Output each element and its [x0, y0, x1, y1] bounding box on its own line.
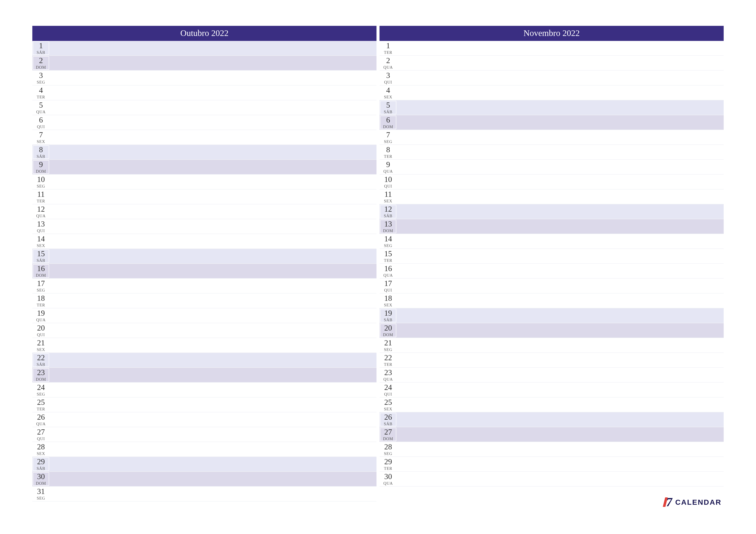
- month-header: Outubro 2022: [32, 26, 376, 41]
- day-cell: 23QUA: [380, 368, 397, 382]
- day-abbr: DOM: [380, 333, 396, 337]
- day-abbr: SÁB: [33, 50, 49, 55]
- day-abbr: DOM: [33, 481, 49, 485]
- day-cell: 29SÁB: [33, 457, 49, 471]
- day-cell: 4SEX: [380, 86, 397, 100]
- day-abbr: QUA: [32, 110, 50, 114]
- day-abbr: QUI: [32, 333, 50, 337]
- day-row: 4TER: [32, 86, 376, 100]
- day-number: 9: [33, 161, 49, 168]
- note-area: [50, 487, 376, 501]
- day-number: 6: [380, 116, 396, 124]
- day-cell: 27QUI: [32, 427, 50, 442]
- day-number: 7: [32, 131, 50, 139]
- note-area: [50, 338, 376, 352]
- day-abbr: QUA: [380, 169, 397, 173]
- note-area: [50, 442, 376, 456]
- day-cell: 2DOM: [33, 56, 49, 70]
- note-area: [49, 56, 376, 70]
- day-number: 3: [32, 71, 50, 79]
- day-number: 2: [33, 57, 49, 64]
- day-number: 14: [380, 235, 397, 243]
- day-cell: 21SEG: [380, 338, 397, 352]
- day-cell: 28SEX: [32, 442, 50, 456]
- day-cell: 2QUA: [380, 56, 397, 70]
- day-cell: 6QUI: [32, 115, 50, 130]
- day-number: 3: [380, 71, 397, 79]
- brand-logo: 7 CALENDAR: [666, 496, 721, 508]
- day-cell: 31SEG: [32, 487, 50, 501]
- day-abbr: QUA: [380, 377, 397, 381]
- day-row: 21SEG: [380, 338, 724, 353]
- note-area: [397, 368, 724, 382]
- day-row: 22SÁB: [32, 353, 376, 368]
- note-area: [397, 175, 724, 189]
- day-abbr: QUA: [32, 214, 50, 218]
- day-number: 8: [33, 146, 49, 154]
- day-cell: 10QUI: [380, 175, 397, 189]
- day-number: 21: [380, 339, 397, 347]
- day-row: 14SEX: [32, 234, 376, 249]
- day-number: 13: [380, 220, 396, 228]
- day-abbr: SÁB: [380, 110, 396, 114]
- note-area: [49, 160, 376, 174]
- day-abbr: QUI: [380, 80, 397, 84]
- day-abbr: TER: [380, 154, 397, 159]
- day-abbr: QUI: [380, 184, 397, 188]
- day-row: 4SEX: [380, 86, 724, 100]
- day-row: 12QUA: [32, 204, 376, 219]
- note-area: [396, 308, 724, 323]
- day-number: 16: [33, 265, 49, 272]
- day-row: 28SEX: [32, 442, 376, 457]
- note-area: [50, 279, 376, 293]
- day-number: 15: [380, 250, 397, 258]
- day-cell: 20DOM: [380, 324, 396, 337]
- day-cell: 19SÁB: [380, 309, 396, 322]
- day-number: 6: [32, 116, 50, 124]
- day-row: 13QUI: [32, 219, 376, 234]
- day-row: 20QUI: [32, 323, 376, 338]
- day-cell: 17QUI: [380, 279, 397, 293]
- day-row: 8SÁB: [32, 145, 376, 160]
- day-number: 2: [380, 57, 397, 64]
- day-number: 22: [380, 354, 397, 362]
- day-cell: 10SEG: [32, 175, 50, 189]
- day-number: 24: [32, 384, 50, 391]
- day-cell: 18SEX: [380, 293, 397, 308]
- day-row: 3QUI: [380, 71, 724, 86]
- day-cell: 9QUA: [380, 160, 397, 174]
- day-abbr: SÁB: [380, 422, 396, 426]
- day-row: 10SEG: [32, 175, 376, 190]
- day-row: 16DOM: [32, 264, 376, 279]
- note-area: [397, 86, 724, 100]
- day-cell: 26QUA: [32, 412, 50, 427]
- day-row: 9DOM: [32, 160, 376, 175]
- day-abbr: SEX: [380, 407, 397, 411]
- note-area: [397, 190, 724, 204]
- day-abbr: SÁB: [33, 362, 49, 367]
- day-number: 7: [380, 131, 397, 139]
- day-row: 5SÁB: [380, 100, 724, 115]
- day-cell: 9DOM: [33, 160, 49, 174]
- day-row: 7SEG: [380, 130, 724, 145]
- day-abbr: DOM: [33, 377, 49, 381]
- day-row: 19QUA: [32, 308, 376, 323]
- day-number: 15: [33, 250, 49, 258]
- note-area: [397, 56, 724, 70]
- note-area: [397, 338, 724, 352]
- note-area: [397, 264, 724, 278]
- day-row: 24SEG: [32, 383, 376, 397]
- brand-mark-icon: 7: [666, 496, 672, 508]
- note-area: [396, 115, 724, 130]
- day-number: 18: [380, 294, 397, 302]
- note-area: [49, 145, 376, 159]
- note-area: [50, 71, 376, 85]
- day-cell: 27DOM: [380, 428, 396, 441]
- day-number: 27: [32, 428, 50, 436]
- note-area: [50, 383, 376, 397]
- day-cell: 29TER: [380, 457, 397, 471]
- day-cell: 14SEX: [32, 234, 50, 248]
- day-cell: 17SEG: [32, 279, 50, 293]
- note-area: [396, 219, 724, 234]
- note-area: [396, 427, 724, 442]
